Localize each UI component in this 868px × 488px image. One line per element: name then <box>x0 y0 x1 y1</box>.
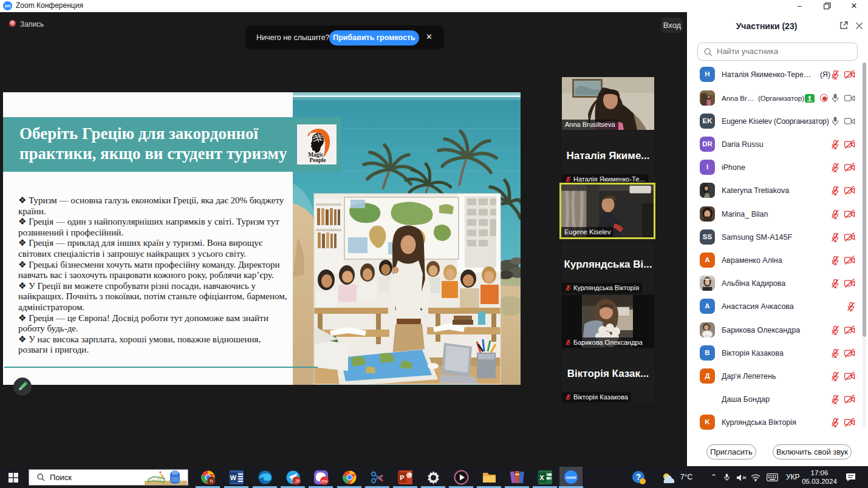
svg-text:X: X <box>539 474 544 481</box>
svg-text:zoom: zoom <box>566 475 576 480</box>
svg-text:P: P <box>400 474 404 481</box>
svg-text:N: N <box>210 479 213 483</box>
svg-text:..35: ..35 <box>293 479 300 483</box>
svg-text:W: W <box>230 474 237 481</box>
svg-text:256: 256 <box>321 480 328 483</box>
svg-text:People: People <box>310 157 326 163</box>
